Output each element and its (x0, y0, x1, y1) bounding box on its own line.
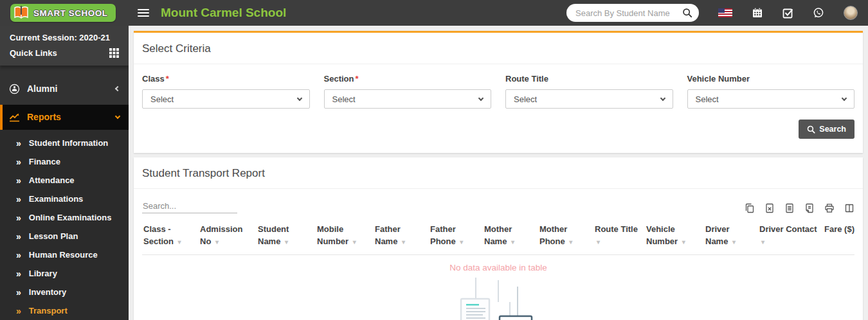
submenu-label: Transport (29, 306, 68, 316)
export-copy-icon[interactable] (745, 203, 755, 213)
submenu-label: Library (29, 269, 57, 278)
class-select[interactable]: Select (142, 89, 310, 109)
submenu-label: Attendance (29, 175, 75, 185)
class-field: Class* Select (142, 74, 310, 109)
col-admission-no[interactable]: Admission No ▾ (199, 222, 257, 254)
sidebar-item-label: Reports (27, 112, 61, 122)
export-toolbar (745, 203, 854, 213)
col-mobile-number[interactable]: Mobile Number ▾ (316, 222, 374, 254)
transport-report-table: Class - Section ▾ Admission No ▾ Student… (142, 222, 854, 255)
sort-icon: ▾ (682, 238, 685, 245)
class-label: Class* (142, 74, 310, 84)
submenu-human-resource[interactable]: »Human Resource (0, 245, 129, 264)
double-chevron-icon: » (16, 139, 21, 148)
chevron-left-icon (115, 86, 120, 91)
sort-icon: ▾ (460, 238, 463, 245)
submenu-inventory[interactable]: »Inventory (0, 283, 129, 301)
double-chevron-icon: » (16, 213, 21, 222)
col-student-name[interactable]: Student Name ▾ (257, 222, 316, 254)
col-driver-name[interactable]: Driver Name ▾ (704, 222, 758, 254)
submenu-library[interactable]: »Library (0, 264, 129, 283)
search-icon (807, 125, 815, 134)
sidebar-item-reports[interactable]: Reports (0, 105, 129, 130)
top-header-bar: SMART SCHOOL Mount Carmel School (0, 0, 868, 26)
chevron-down-icon (296, 95, 302, 100)
section-select[interactable]: Select (324, 89, 492, 109)
submenu-finance[interactable]: »Finance (0, 152, 129, 171)
whatsapp-icon[interactable] (813, 7, 824, 19)
app-logo[interactable]: SMART SCHOOL (0, 0, 129, 26)
tasks-checkbox-icon[interactable] (782, 8, 793, 19)
student-search-box (566, 4, 699, 22)
double-chevron-icon: » (16, 176, 21, 185)
required-asterisk: * (166, 74, 169, 84)
language-flag-icon[interactable] (718, 8, 732, 17)
double-chevron-icon: » (16, 195, 21, 204)
sidebar-item-label: Alumni (27, 84, 57, 94)
empty-state-illustration (134, 278, 863, 320)
chevron-down-icon (660, 95, 665, 100)
select-criteria-card: Select Criteria Class* Select Section* S… (134, 31, 863, 153)
grid-icon[interactable] (109, 48, 119, 58)
route-title-select[interactable]: Select (505, 89, 673, 109)
search-icon[interactable] (682, 8, 692, 18)
col-fare[interactable]: Fare ($) (822, 222, 854, 254)
col-father-name[interactable]: Father Name ▾ (374, 222, 429, 254)
session-box: Current Session: 2020-21 Quick Links (0, 26, 129, 66)
book-logo-icon (13, 5, 30, 21)
export-excel-icon[interactable] (764, 203, 775, 213)
current-session-label: Current Session: 2020-21 (10, 33, 119, 42)
sort-icon: ▾ (215, 238, 219, 245)
export-csv-icon[interactable] (784, 203, 795, 213)
submenu-label: Finance (29, 157, 60, 166)
required-asterisk: * (355, 74, 358, 84)
hamburger-menu-icon[interactable] (138, 7, 149, 19)
logo-text: SMART SCHOOL (33, 8, 108, 18)
student-search-input[interactable] (575, 8, 682, 18)
submenu-student-information[interactable]: »Student Information (0, 134, 129, 152)
report-title: Student Transport Report (134, 157, 863, 189)
vehicle-number-label: Vehicle Number (687, 74, 855, 84)
vehicle-number-select[interactable]: Select (687, 89, 855, 109)
chevron-down-icon (842, 95, 847, 100)
submenu-examinations[interactable]: »Examinations (0, 190, 129, 208)
student-transport-report-card: Student Transport Report (134, 157, 863, 320)
col-mother-name[interactable]: Mother Name ▾ (483, 222, 538, 254)
submenu-label: Human Resource (29, 250, 98, 260)
double-chevron-icon: » (16, 251, 21, 260)
sort-icon: ▾ (353, 238, 356, 245)
double-chevron-icon: » (16, 288, 21, 297)
double-chevron-icon: » (16, 232, 21, 241)
col-father-phone[interactable]: Father Phone ▾ (429, 222, 483, 254)
submenu-online-examinations[interactable]: »Online Examinations (0, 208, 129, 227)
col-driver-contact[interactable]: Driver Contact ▾ (758, 222, 822, 254)
export-pdf-icon[interactable] (804, 203, 815, 213)
submenu-attendance[interactable]: »Attendance (0, 171, 129, 190)
col-mother-phone[interactable]: Mother Phone ▾ (538, 222, 593, 254)
vehicle-number-field: Vehicle Number Select (687, 74, 855, 109)
submenu-transport[interactable]: »Transport (0, 301, 129, 320)
sort-icon: ▾ (178, 238, 181, 245)
column-visibility-icon[interactable] (844, 203, 854, 213)
sidebar-item-alumni[interactable]: Alumni (0, 76, 129, 102)
submenu-lesson-plan[interactable]: »Lesson Plan (0, 227, 129, 245)
quick-links-label: Quick Links (10, 48, 57, 58)
col-vehicle-number[interactable]: Vehicle Number ▾ (645, 222, 704, 254)
submenu-label: Inventory (29, 287, 67, 297)
table-search-input[interactable] (142, 199, 237, 213)
calendar-icon[interactable] (752, 7, 763, 19)
sort-icon: ▾ (597, 238, 600, 245)
main-content: Select Criteria Class* Select Section* S… (129, 26, 868, 320)
col-route-title[interactable]: Route Title ▾ (593, 222, 645, 254)
double-chevron-icon: » (16, 269, 21, 278)
route-title-label: Route Title (505, 74, 673, 84)
quick-links[interactable]: Quick Links (10, 48, 119, 58)
export-print-icon[interactable] (824, 203, 835, 213)
col-class-section[interactable]: Class - Section ▾ (142, 222, 199, 254)
sort-icon: ▾ (511, 238, 514, 245)
sort-icon: ▾ (402, 238, 405, 245)
user-avatar[interactable] (844, 6, 858, 20)
school-name-title: Mount Carmel School (161, 6, 286, 20)
reports-submenu: »Student Information »Finance »Attendanc… (0, 130, 129, 320)
search-button[interactable]: Search (799, 120, 854, 139)
